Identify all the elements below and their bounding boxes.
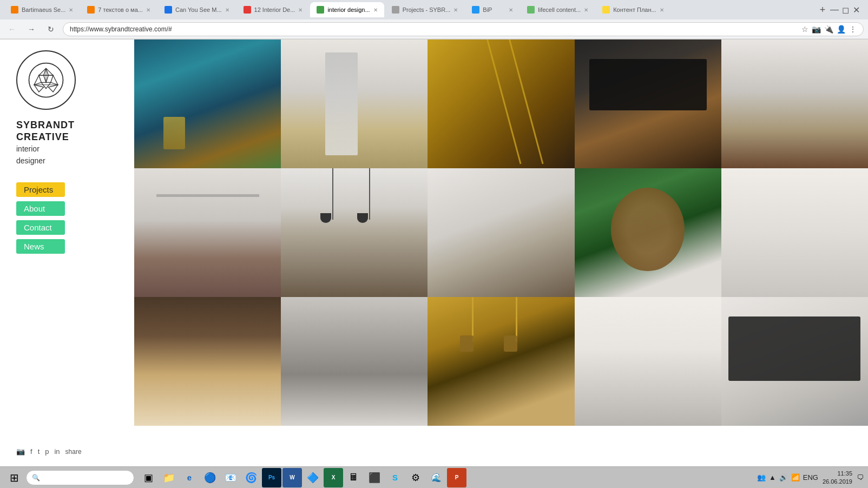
grid-item-12[interactable]	[281, 297, 428, 426]
calculator-button[interactable]: 🖩	[344, 468, 364, 487]
svg-marker-1	[46, 68, 53, 75]
brand-name-line2: CREATIVE	[16, 131, 69, 143]
grid-image-12	[281, 297, 428, 426]
logo-circle[interactable]	[16, 50, 76, 110]
profile-icon[interactable]: 👤	[837, 25, 846, 34]
browser-tab-tab5[interactable]: interior design... ✕	[310, 2, 384, 17]
powerpoint-button[interactable]: P	[447, 468, 466, 487]
twitter-icon[interactable]: t	[38, 447, 40, 456]
browser-tab-tab9[interactable]: Контент План... ✕	[596, 2, 670, 17]
edge-button[interactable]: 🌊	[426, 468, 446, 487]
tab-close-button[interactable]: ✕	[298, 7, 303, 13]
grid-item-2[interactable]	[281, 39, 428, 168]
browser-tab-tab3[interactable]: Can You See M... ✕	[158, 2, 236, 17]
tab-close-button[interactable]: ✕	[146, 7, 150, 13]
grid-image-10	[721, 168, 868, 297]
browser-tab-tab1[interactable]: Bartimaeus Se... ✕	[4, 2, 80, 17]
up-arrow-icon[interactable]: ▲	[769, 473, 776, 482]
outlook-button[interactable]: 📧	[221, 468, 240, 487]
grid-item-13[interactable]	[428, 297, 574, 426]
time-display: 11:35	[823, 470, 852, 477]
lang-label[interactable]: ENG	[803, 473, 818, 482]
speaker-icon[interactable]: 🔊	[779, 473, 788, 482]
forward-button[interactable]: →	[24, 22, 39, 37]
task-view-button[interactable]: ▣	[139, 468, 158, 487]
svg-marker-6	[48, 85, 58, 92]
chrome-button[interactable]: 🌀	[241, 468, 261, 487]
tab-title: 7 текстов о ма...	[98, 6, 143, 13]
star-icon[interactable]: ☆	[801, 25, 808, 34]
menu-icon[interactable]: ⋮	[849, 25, 857, 34]
reload-button[interactable]: ↻	[43, 22, 58, 37]
skype-button[interactable]: S	[385, 468, 405, 487]
close-button[interactable]: ✕	[853, 6, 859, 13]
grid-item-8[interactable]	[428, 168, 574, 297]
back-button[interactable]: ←	[4, 22, 19, 37]
date-display: 26.06.2019	[823, 478, 852, 485]
tab-close-button[interactable]: ✕	[509, 7, 513, 13]
grid-image-8	[428, 168, 574, 297]
tab-close-button[interactable]: ✕	[225, 7, 229, 13]
settings-button[interactable]: ⚙	[406, 468, 425, 487]
share-label[interactable]: share	[65, 448, 82, 456]
file-explorer-button[interactable]: 📁	[159, 468, 179, 487]
app-black-button[interactable]: ⬛	[365, 468, 384, 487]
browser-tab-tab8[interactable]: lifecell content... ✕	[521, 2, 595, 17]
excel-button[interactable]: X	[324, 468, 343, 487]
word-button[interactable]: W	[282, 468, 302, 487]
grid-item-7[interactable]	[281, 168, 428, 297]
browser-tab-tab2[interactable]: 7 текстов о ма... ✕	[81, 2, 157, 17]
grid-item-14[interactable]	[575, 297, 721, 426]
ie-button[interactable]: e	[180, 468, 199, 487]
photoshop-button[interactable]: Ps	[262, 468, 281, 487]
facebook-icon[interactable]: f	[30, 447, 32, 456]
tab-favicon	[165, 6, 172, 14]
new-tab-button[interactable]: +	[815, 2, 830, 17]
nav-item-contact[interactable]: Contact	[16, 220, 65, 235]
minimize-button[interactable]: —	[831, 6, 838, 13]
tab-close-button[interactable]: ✕	[660, 7, 664, 13]
social-icons: 📷 f t p in share	[16, 437, 82, 456]
browser-tab-tab6[interactable]: Projects - SYBR... ✕	[385, 2, 465, 17]
grid-item-6[interactable]	[134, 168, 281, 297]
start-button[interactable]: ⊞	[4, 469, 24, 486]
tab-title: lifecell content...	[538, 6, 581, 13]
tab-favicon	[317, 6, 324, 14]
tab-close-button[interactable]: ✕	[373, 7, 378, 13]
photo-icon[interactable]: 📷	[812, 25, 821, 34]
tab-close-button[interactable]: ✕	[584, 7, 588, 13]
restore-button[interactable]: ◻	[842, 6, 849, 13]
nav-menu: Projects About Contact News	[16, 182, 65, 254]
nav-item-news[interactable]: News	[16, 239, 65, 254]
network-icon[interactable]: 📶	[791, 473, 800, 482]
pinterest-icon[interactable]: p	[45, 447, 49, 456]
tab-favicon	[602, 6, 610, 14]
extension-icon[interactable]: 🔌	[824, 25, 833, 34]
grid-item-5[interactable]	[721, 39, 868, 168]
grid-item-11[interactable]	[134, 297, 281, 426]
nav-item-about[interactable]: About	[16, 201, 65, 216]
grid-item-15[interactable]	[721, 297, 868, 426]
grid-image-14	[575, 297, 721, 426]
grid-item-4[interactable]	[575, 39, 721, 168]
url-box[interactable]: https://www.sybrandtcreative.com/# ☆ 📷 🔌…	[63, 22, 864, 36]
grid-item-3[interactable]	[428, 39, 574, 168]
browser-tab-tab4[interactable]: 12 Interior De... ✕	[237, 2, 310, 17]
taskbar-search[interactable]: 🔍	[26, 470, 134, 485]
grid-item-1[interactable]	[134, 39, 281, 168]
app-blue-button[interactable]: 🔵	[200, 468, 220, 487]
instagram-icon[interactable]: 📷	[16, 447, 25, 456]
linkedin-icon[interactable]: in	[54, 447, 60, 456]
grid-image-2	[281, 39, 428, 168]
grid-item-9[interactable]	[575, 168, 721, 297]
tab-close-button[interactable]: ✕	[453, 7, 458, 13]
nav-item-projects[interactable]: Projects	[16, 182, 65, 197]
notification-icon[interactable]: 🗨	[857, 473, 864, 482]
browser-tab-tab7[interactable]: BiP ✕	[465, 2, 520, 17]
grid-item-10[interactable]	[721, 168, 868, 297]
tab-bar: Bartimaeus Se... ✕ 7 текстов о ма... ✕ C…	[0, 0, 868, 19]
tab-close-button[interactable]: ✕	[69, 7, 73, 13]
app-diamond-button[interactable]: 🔷	[303, 468, 323, 487]
people-icon[interactable]: 👥	[757, 473, 766, 482]
taskbar-clock[interactable]: 11:35 26.06.2019	[823, 470, 852, 485]
